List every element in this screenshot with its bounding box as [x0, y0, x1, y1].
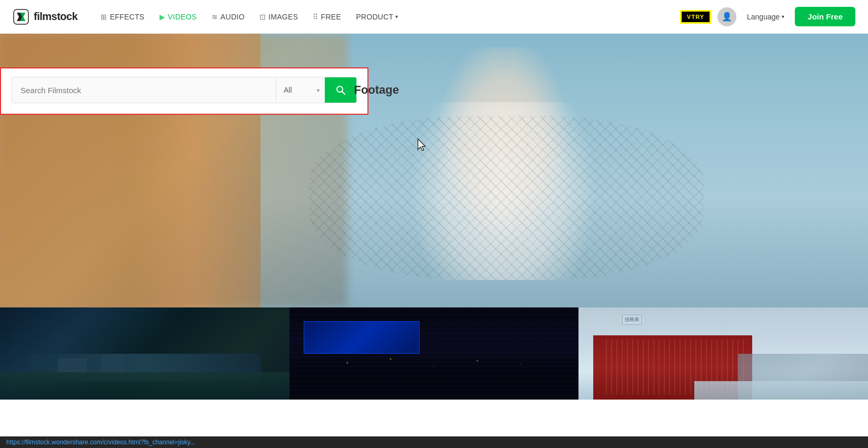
- effects-label: EFFECTS: [110, 13, 145, 21]
- thumbnail-3[interactable]: 招商局: [578, 307, 868, 400]
- free-label: FREE: [321, 13, 342, 21]
- nav-effects[interactable]: ⊞ EFFECTS: [94, 8, 151, 25]
- product-label: PRODUCT: [356, 13, 393, 21]
- nav-images[interactable]: ⊡ IMAGES: [253, 8, 305, 25]
- nav-audio[interactable]: ≋ AUDIO: [205, 8, 251, 25]
- search-overlay: All Videos Audio Images Effects ▾ Footag…: [0, 67, 368, 115]
- audio-label: AUDIO: [221, 13, 245, 21]
- language-label: Language: [747, 13, 780, 21]
- logo-icon: [13, 8, 29, 25]
- images-icon: ⊡: [260, 13, 266, 21]
- thumbnail-1[interactable]: [0, 307, 290, 400]
- chevron-down-icon: ▾: [395, 14, 398, 19]
- promo-badge[interactable]: VTRY: [680, 10, 711, 24]
- search-bar: All Videos Audio Images Effects ▾: [12, 77, 357, 103]
- svg-line-4: [342, 92, 345, 95]
- search-button[interactable]: [325, 77, 356, 103]
- nav-links: ⊞ EFFECTS ▶ VIDEOS ≋ AUDIO ⊡ IMAGES ⠿ FR…: [94, 8, 680, 25]
- audio-icon: ≋: [212, 13, 218, 21]
- footage-tag: Footage: [354, 83, 399, 97]
- effects-icon: ⊞: [101, 13, 107, 21]
- logo-link[interactable]: filmstock: [13, 8, 77, 25]
- videos-label: VIDEOS: [168, 13, 197, 21]
- images-label: IMAGES: [268, 13, 298, 21]
- language-selector[interactable]: Language ▾: [743, 9, 789, 24]
- search-input[interactable]: [12, 78, 276, 102]
- nav-product[interactable]: PRODUCT ▾: [350, 8, 405, 25]
- join-free-button[interactable]: Join Free: [795, 7, 855, 26]
- navbar: filmstock ⊞ EFFECTS ▶ VIDEOS ≋ AUDIO ⊡ I…: [0, 0, 868, 34]
- thumbnail-2[interactable]: [290, 307, 579, 400]
- search-category-wrap: All Videos Audio Images Effects ▾: [276, 78, 325, 102]
- nav-free[interactable]: ⠿ FREE: [306, 8, 347, 25]
- thumbnails-row: 招商局: [0, 307, 868, 400]
- free-icon: ⠿: [313, 13, 318, 21]
- logo-text: filmstock: [34, 11, 77, 23]
- nav-right: VTRY 👤 Language ▾ Join Free: [680, 7, 855, 26]
- nav-videos[interactable]: ▶ VIDEOS: [153, 8, 203, 25]
- user-icon: 👤: [722, 12, 732, 22]
- language-chevron-icon: ▾: [782, 14, 784, 19]
- search-category-select[interactable]: All Videos Audio Images Effects: [276, 78, 325, 102]
- user-avatar[interactable]: 👤: [717, 7, 736, 26]
- videos-icon: ▶: [159, 13, 165, 21]
- search-icon: [335, 85, 346, 95]
